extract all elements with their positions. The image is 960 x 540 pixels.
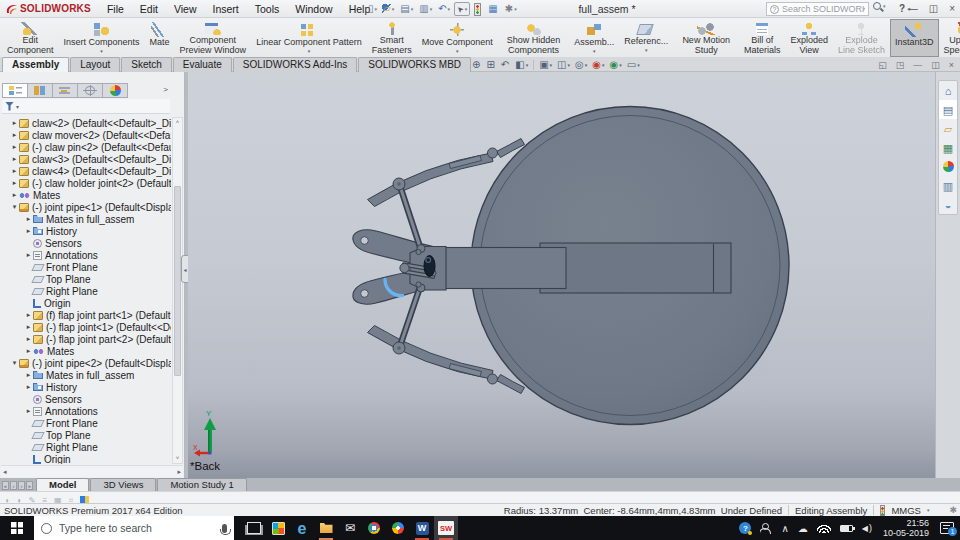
zoom-to-area-icon[interactable]: ⊞ — [486, 59, 495, 71]
expand-arrow[interactable]: ▸ — [10, 179, 19, 187]
show-hidden-components-button[interactable]: Show Hidden Components — [502, 19, 566, 57]
tree-item-claw-pin-2[interactable]: ▸ (-) claw pin<2> (Default<<Default>_Dis… — [0, 141, 171, 153]
expand-arrow[interactable]: ▾ — [10, 203, 19, 211]
scroll-up-arrow[interactable]: ˄ — [173, 118, 182, 127]
reference-geometry-button[interactable]: Referenc... ▾ — [619, 19, 673, 57]
minimize-document-icon[interactable]: — — [913, 60, 922, 70]
rebuild-traffic-light-icon[interactable] — [472, 3, 484, 16]
tree-item-claw-mover-2[interactable]: ▸ claw mover<2> (Default<<Default>_Disp — [0, 129, 171, 141]
expand-arrow[interactable]: ▸ — [24, 335, 33, 343]
tree-vertical-scrollbar[interactable]: ˄ ˅ — [172, 117, 183, 464]
action-center-icon[interactable]: 1 — [940, 522, 954, 534]
tree-item-front-plane-2[interactable]: Front Plane — [0, 417, 171, 429]
hide-show-items-icon[interactable]: ◎ ▾ — [575, 59, 587, 71]
tree-item-sensors[interactable]: Sensors — [0, 237, 171, 249]
restore-button[interactable]: ◫ — [929, 0, 938, 18]
chrome-button[interactable] — [362, 516, 386, 540]
onedrive-cloud-icon[interactable]: ☁ — [798, 523, 808, 534]
tree-item-mates-sub[interactable]: ▸ Mates — [0, 345, 171, 357]
explode-line-sketch-button[interactable]: Explode Line Sketch — [833, 19, 890, 57]
new-file-icon[interactable]: ▯ ▾ — [366, 3, 379, 15]
help-search-input[interactable]: ? Search SOLIDWORKS Help — [766, 2, 869, 16]
tab-solidworks-mbd[interactable]: SOLIDWORKS MBD — [358, 57, 471, 72]
get-help-icon[interactable]: ? — [739, 522, 751, 534]
robot-assembly-model[interactable] — [188, 72, 935, 478]
previous-window-icon[interactable]: ◱ — [878, 60, 887, 70]
file-explorer-icon[interactable]: ▱ — [939, 119, 957, 138]
tree-item-claw-2[interactable]: ▸ claw<2> (Default<<Default>_Display Sta — [0, 117, 171, 129]
edge-button[interactable]: e — [290, 516, 314, 540]
displaymanager-tab[interactable] — [102, 83, 128, 98]
tree-item-top-plane[interactable]: Top Plane — [0, 273, 171, 285]
graphics-viewport[interactable]: Y X *Back — [188, 72, 935, 478]
expand-arrow[interactable]: ▸ — [24, 227, 33, 235]
model-ball-joint[interactable] — [488, 374, 498, 384]
custom-properties-icon[interactable]: ▥ — [939, 176, 957, 195]
google-photos-button[interactable] — [386, 516, 410, 540]
previous-view-icon[interactable]: ↶ — [501, 59, 510, 71]
tab-3d-views[interactable]: 3D Views — [90, 478, 156, 491]
zoom-to-fit-icon[interactable]: ⊕ — [472, 59, 481, 71]
close-button[interactable]: × — [949, 0, 955, 18]
model-arm-tube[interactable] — [444, 248, 566, 289]
scrollbar-thumb[interactable] — [174, 186, 181, 376]
tree-filter-bar[interactable]: ▾ — [2, 99, 170, 114]
edit-appearance-icon[interactable]: ◉ ▾ — [592, 59, 604, 71]
tree-item-claw-holder-joint-2[interactable]: ▸ (-) claw holder joint<2> (Default<<Def… — [0, 177, 171, 189]
select-cursor-icon[interactable]: ➤ ▾ — [454, 2, 470, 16]
menu-item[interactable]: File — [99, 0, 132, 18]
tree-item-right-plane[interactable]: Right Plane — [0, 285, 171, 297]
menu-item[interactable]: Edit — [132, 0, 166, 18]
expand-arrow[interactable]: ▸ — [24, 383, 33, 391]
print-icon[interactable]: ▥ ▾ — [417, 3, 434, 15]
model-ball-joint[interactable] — [488, 148, 498, 158]
expand-arrow[interactable]: ▸ — [10, 167, 19, 175]
expand-arrow[interactable]: ▸ — [24, 371, 33, 379]
tab-layout[interactable]: Layout — [70, 57, 120, 72]
smart-fasteners-button[interactable]: Smart Fasteners — [367, 19, 417, 57]
tree-item-front-plane[interactable]: Front Plane — [0, 261, 171, 273]
tab-evaluate[interactable]: Evaluate — [173, 57, 232, 72]
tree-item-history-2[interactable]: ▸ History — [0, 381, 171, 393]
mate-button[interactable]: Mate — [145, 19, 175, 57]
model-top-strut[interactable] — [400, 186, 420, 247]
home-icon[interactable]: ⌂ — [939, 81, 957, 100]
expand-arrow[interactable]: ▸ — [10, 143, 19, 151]
battery-icon[interactable] — [840, 525, 853, 532]
units-caret[interactable]: ▾ — [927, 507, 930, 513]
panel-tab-overflow-arrow[interactable]: > — [163, 85, 168, 94]
word-button[interactable]: W — [410, 516, 434, 540]
expand-arrow[interactable]: ▸ — [10, 191, 19, 199]
open-file-icon[interactable]: ▱ ▾ — [381, 3, 396, 15]
expand-arrow[interactable]: ▸ — [24, 407, 33, 415]
tree-item-origin[interactable]: Origin — [0, 297, 171, 309]
expand-arrow[interactable]: ▸ — [24, 347, 33, 355]
minimize-button[interactable]: — — [908, 0, 918, 18]
propertymanager-tab[interactable] — [27, 83, 53, 98]
dimxpertmanager-tab[interactable] — [77, 83, 103, 98]
move-component-button[interactable]: Move Component ▾ — [417, 19, 498, 57]
linear-component-pattern-button[interactable]: Linear Component Pattern ▾ — [251, 19, 367, 57]
expand-arrow[interactable]: ▸ — [24, 251, 33, 259]
save-icon[interactable]: ▤ ▾ — [398, 3, 415, 15]
configurationmanager-tab[interactable] — [52, 83, 78, 98]
scroll-right-arrow[interactable]: ▸ — [177, 468, 181, 476]
scroll-left-arrow[interactable]: ◂ — [3, 468, 7, 476]
taskbar-clock[interactable]: 21:56 10-05-2019 — [883, 518, 929, 538]
file-properties-icon[interactable]: ▦ — [486, 3, 500, 15]
restore-document-icon[interactable]: ◫ — [931, 60, 940, 70]
close-document-icon[interactable]: × — [949, 60, 954, 70]
tab-motion-study-1[interactable]: Motion Study 1 — [157, 478, 246, 491]
edit-component-button[interactable]: Edit Component — [2, 19, 59, 57]
tree-item-joint-pipe-2[interactable]: ▾ (-) joint pipe<2> (Default<Display Sta… — [0, 357, 171, 369]
update-speedpak-button[interactable]: Update Speedpak — [939, 19, 960, 57]
new-motion-study-button[interactable]: New Motion Study — [677, 19, 735, 57]
view-settings-icon[interactable]: ▭ ▾ — [627, 59, 640, 71]
tree-item-joint-pipe-1[interactable]: ▾ (-) joint pipe<1> (Default<Display Sta… — [0, 201, 171, 213]
exploded-view-button[interactable]: Exploded View — [785, 19, 833, 57]
tree-item-annotations[interactable]: ▸ Annotations — [0, 249, 171, 261]
tree-item-right-plane-2[interactable]: Right Plane — [0, 441, 171, 453]
expand-arrow[interactable]: ▾ — [10, 359, 19, 367]
expand-arrow[interactable]: ▸ — [10, 131, 19, 139]
menu-item[interactable]: View — [166, 0, 205, 18]
